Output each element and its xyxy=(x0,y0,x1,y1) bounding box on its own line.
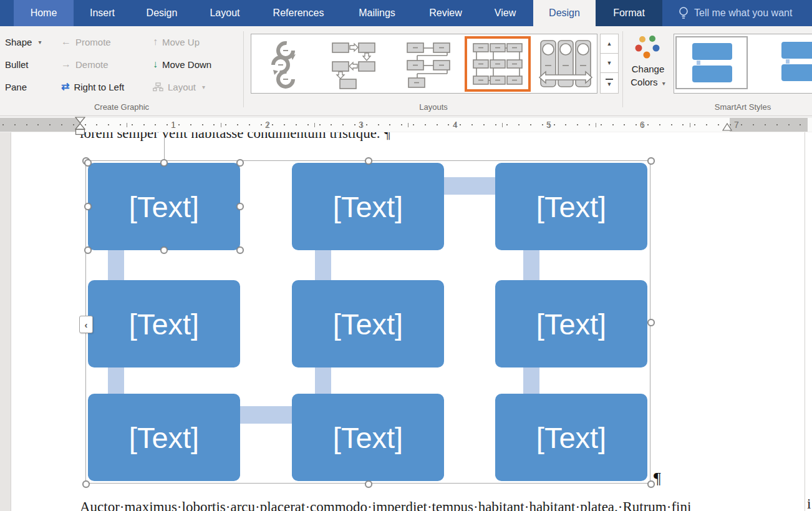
frame-handle-sw[interactable] xyxy=(82,480,90,488)
smartart-shape[interactable]: [Text] xyxy=(292,163,444,250)
chevron-down-icon: ▾ xyxy=(202,84,205,90)
group-separator xyxy=(243,31,244,107)
frame-handle-ne[interactable] xyxy=(647,157,655,165)
smartart-shape[interactable]: [Text] xyxy=(292,394,444,481)
ruler-number: 3 xyxy=(359,118,364,132)
move-down-arrow-icon: ↓ xyxy=(153,59,158,69)
ruler-number: 7 xyxy=(734,118,739,132)
group-layouts: ▲ ▼ ▼ Layouts xyxy=(244,26,622,115)
tell-me-box[interactable]: Tell me what you want xyxy=(662,0,812,26)
tab-mailings[interactable]: Mailings xyxy=(340,0,414,26)
org-layout-button[interactable]: Layout ▾ xyxy=(153,79,205,95)
group-label-smartart-styles: SmartArt Styles xyxy=(674,102,812,112)
smartart-style-thumb-2[interactable] xyxy=(763,36,812,89)
group-label-create-graphic: Create Graphic xyxy=(0,102,243,112)
connector-vertical xyxy=(523,367,539,394)
tab-smartart-design-active[interactable]: Design xyxy=(533,0,596,26)
frame-handle-se[interactable] xyxy=(647,480,655,488)
word-window: Home Insert Design Layout References Mai… xyxy=(0,0,812,511)
tab-references[interactable]: References xyxy=(257,0,340,26)
org-chart-icon xyxy=(153,82,163,92)
connector-vertical xyxy=(315,367,331,394)
connector-vertical xyxy=(108,250,124,280)
left-indent-marker[interactable] xyxy=(75,117,85,135)
lightbulb-icon xyxy=(679,6,689,20)
demote-button[interactable]: → Demote xyxy=(61,56,109,72)
layout-thumb-pillars[interactable] xyxy=(537,39,594,89)
chevron-down-icon: ▾ xyxy=(662,80,665,87)
ribbon-tab-bar: Home Insert Design Layout References Mai… xyxy=(0,0,812,26)
smartart-shape[interactable]: [Text] xyxy=(88,394,240,481)
ruler-number: 4 xyxy=(453,118,458,132)
tab-design[interactable]: Design xyxy=(131,0,193,26)
change-colors-button[interactable]: Change Colors ▾ xyxy=(624,62,672,90)
tab-layout[interactable]: Layout xyxy=(193,0,257,26)
paragraph-bottom[interactable]: Auctor·maximus·lobortis·arcu·placerat·co… xyxy=(80,499,691,511)
smartart-shape-selected[interactable]: [Text] xyxy=(88,163,240,250)
text-pane-button[interactable]: Pane xyxy=(5,79,27,95)
shape-handle-nw[interactable] xyxy=(84,159,92,167)
frame-handle-e[interactable] xyxy=(647,319,655,326)
connector-vertical xyxy=(523,250,539,280)
ruler-number: 1 xyxy=(171,118,176,132)
layout-thumb-grid-selected[interactable] xyxy=(465,36,531,92)
ruler-number: 2 xyxy=(265,118,270,132)
right-to-left-arrows-icon: ⇄ xyxy=(61,82,69,92)
gallery-scroll-down-button[interactable]: ▼ xyxy=(600,53,619,73)
text-pane-toggle-button[interactable]: ‹ xyxy=(79,316,93,333)
chevron-down-icon: ▾ xyxy=(38,39,41,46)
ruler-half-ticks xyxy=(80,123,731,127)
tab-smartart-format[interactable]: Format xyxy=(596,0,662,26)
connector-bottom-horizontal xyxy=(240,406,292,424)
smartart-style-thumb-selected[interactable] xyxy=(675,36,748,89)
connector-top-horizontal xyxy=(443,177,495,195)
right-indent-marker[interactable] xyxy=(722,123,732,131)
shape-handle-n[interactable] xyxy=(160,159,168,167)
demote-arrow-icon: → xyxy=(61,59,71,69)
move-up-button[interactable]: ↑ Move Up xyxy=(153,34,200,50)
layout-thumb-cycle[interactable] xyxy=(265,39,304,89)
smartart-shape[interactable]: [Text] xyxy=(88,280,240,367)
ruler-number: 5 xyxy=(546,118,551,132)
frame-handle-s[interactable] xyxy=(365,480,372,488)
smartart-styles-gallery xyxy=(674,34,812,94)
gallery-more-button[interactable]: ▼ xyxy=(600,72,619,94)
add-bullet-button[interactable]: Bullet xyxy=(5,56,29,72)
tab-home[interactable]: Home xyxy=(14,0,74,26)
shape-handle-e[interactable] xyxy=(236,203,244,210)
smartart-shape[interactable]: [Text] xyxy=(292,280,444,367)
scroll-down-icon: ▼ xyxy=(607,81,612,87)
frame-handle-n[interactable] xyxy=(365,157,372,165)
layouts-gallery xyxy=(251,34,597,94)
promote-arrow-icon: ← xyxy=(61,37,71,47)
smartart-shape[interactable]: [Text] xyxy=(495,394,647,481)
page-right-edge xyxy=(805,132,805,511)
shape-handle-s[interactable] xyxy=(160,246,168,254)
tab-insert[interactable]: Insert xyxy=(74,0,131,26)
smartart-frame[interactable]: [Text] [Text] [Text] [Text] [Text] [Text… xyxy=(85,160,650,484)
right-to-left-button[interactable]: ⇄ Right to Left xyxy=(61,79,124,95)
move-down-button[interactable]: ↓ Move Down xyxy=(153,56,211,72)
group-separator xyxy=(622,31,623,107)
clipped-character: i xyxy=(807,496,811,511)
layout-thumb-zigzag-process[interactable] xyxy=(406,39,452,89)
layout-thumb-alternating-flow[interactable] xyxy=(331,39,376,89)
smartart-shape[interactable]: [Text] xyxy=(495,163,647,250)
tab-view[interactable]: View xyxy=(477,0,533,26)
promote-button[interactable]: ← Promote xyxy=(61,34,111,50)
shape-handle-w[interactable] xyxy=(84,203,92,210)
add-shape-button[interactable]: Shape ▾ xyxy=(5,34,41,50)
gallery-scroll-up-button[interactable]: ▲ xyxy=(600,34,619,54)
group-smartart-styles: SmartArt Styles xyxy=(674,26,812,115)
shape-handle-sw[interactable] xyxy=(84,246,92,254)
group-change-colors: Change Colors ▾ xyxy=(624,26,672,115)
shape-handle-se[interactable] xyxy=(236,246,244,254)
document-canvas: lorem semper velit habitasse condimentum… xyxy=(0,132,812,511)
horizontal-ruler: 1 2 3 4 5 6 7 xyxy=(0,116,812,132)
smartart-shape[interactable]: [Text] xyxy=(495,280,647,367)
tell-me-label: Tell me what you want xyxy=(694,7,792,19)
shape-handle-ne[interactable] xyxy=(236,159,244,167)
paragraph-top[interactable]: lorem semper velit habitasse condimentum… xyxy=(80,132,390,142)
layouts-gallery-scroll: ▲ ▼ ▼ xyxy=(600,34,619,94)
tab-review[interactable]: Review xyxy=(414,0,477,26)
